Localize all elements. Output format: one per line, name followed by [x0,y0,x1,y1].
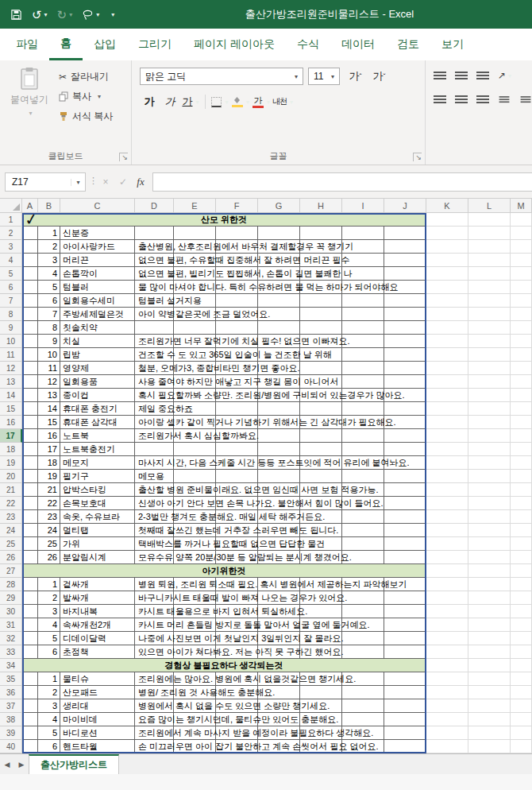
cell[interactable] [342,227,384,240]
cell[interactable] [511,605,532,618]
phonetic-guide-button[interactable]: 내천 ▾ [272,93,293,110]
cell[interactable] [426,375,468,389]
cell[interactable] [174,524,216,537]
cell[interactable] [468,443,511,456]
cell[interactable] [342,713,384,726]
row-header-21[interactable]: 21 [0,483,22,497]
cell[interactable] [468,564,511,578]
cell[interactable] [342,726,384,740]
align-middle-icon[interactable] [455,72,468,80]
item-name[interactable]: 바지내복 [60,605,135,618]
cell[interactable] [468,551,511,564]
cell[interactable] [384,686,426,699]
cell[interactable] [300,524,342,537]
enter-button[interactable]: ✓ [114,176,132,188]
cell[interactable] [174,456,216,470]
cell[interactable] [258,605,300,618]
cell[interactable] [426,443,468,456]
cell[interactable] [22,294,38,308]
cell[interactable] [22,578,38,591]
item-number[interactable]: 24 [38,524,60,537]
cell[interactable] [174,740,216,753]
cell[interactable] [174,470,216,483]
cell[interactable] [216,740,258,753]
cell[interactable] [258,389,300,402]
cell[interactable] [258,429,300,443]
cell[interactable] [426,686,468,699]
cell[interactable] [426,726,468,740]
item-number[interactable]: 5 [38,632,60,645]
row-header-23[interactable]: 23 [0,510,22,524]
cell[interactable] [511,240,532,254]
cell[interactable] [258,348,300,362]
cell[interactable] [426,470,468,483]
item-name[interactable]: 휴대폰 삼각대 [60,416,135,429]
row-header-30[interactable]: 30 [0,605,22,618]
item-number[interactable]: 1 [38,578,60,591]
item-number[interactable]: 18 [38,456,60,470]
cell[interactable] [135,362,174,375]
cell[interactable] [135,402,174,416]
cell[interactable] [258,281,300,294]
cell[interactable] [384,362,426,375]
item-number[interactable]: 13 [38,389,60,402]
sheet-tab-active[interactable]: 출산가방리스트 [29,754,119,774]
cell[interactable] [468,483,511,497]
ribbon-tab-검토[interactable]: 검토 [386,29,430,60]
item-name[interactable]: 립밤 [60,348,135,362]
cell[interactable] [384,321,426,335]
cell[interactable] [384,416,426,429]
cell[interactable] [22,537,38,551]
cell[interactable] [426,267,468,281]
item-number[interactable]: 6 [38,294,60,308]
cell[interactable] [174,497,216,510]
cell[interactable] [135,551,174,564]
cell[interactable] [426,294,468,308]
cell[interactable] [426,564,468,578]
cell[interactable] [135,497,174,510]
underline-button[interactable]: 가 ▾ [181,93,200,110]
cell[interactable] [426,510,468,524]
cell[interactable] [384,470,426,483]
item-name[interactable]: 겉싸개 [60,578,135,591]
cell[interactable] [174,267,216,281]
cell[interactable] [342,294,384,308]
cell[interactable] [135,443,174,456]
cell[interactable] [216,416,258,429]
cell[interactable] [22,389,38,402]
cell[interactable] [300,699,342,713]
cell[interactable] [300,456,342,470]
cell[interactable] [468,402,511,416]
cell[interactable] [342,429,384,443]
cell[interactable] [468,389,511,402]
cell[interactable] [135,537,174,551]
cell[interactable] [216,348,258,362]
cell[interactable] [135,713,174,726]
cell[interactable] [135,240,174,254]
cell[interactable] [216,470,258,483]
cell[interactable] [511,483,532,497]
cell[interactable] [300,227,342,240]
font-name-select[interactable]: 맑은 고딕 ▾ [140,68,303,85]
cell[interactable] [468,672,511,686]
cell[interactable] [426,227,468,240]
cell[interactable] [468,375,511,389]
item-name[interactable]: 가위 [60,537,135,551]
cell[interactable] [426,213,468,227]
cell[interactable] [22,645,38,659]
sheet-nav-next-icon[interactable]: ▶ [14,754,29,774]
cell[interactable] [468,416,511,429]
cell[interactable] [22,497,38,510]
cell[interactable] [342,267,384,281]
cell[interactable] [258,726,300,740]
item-name[interactable]: 속싸개천2개 [60,618,135,632]
cell[interactable] [22,335,38,348]
cell[interactable] [511,686,532,699]
column-header-K[interactable]: K [426,199,468,213]
item-name[interactable]: 일회용품 [60,375,135,389]
cell[interactable] [300,645,342,659]
cell[interactable] [384,537,426,551]
cell[interactable] [174,632,216,645]
cell[interactable] [258,240,300,254]
item-name[interactable]: 치실 [60,335,135,348]
